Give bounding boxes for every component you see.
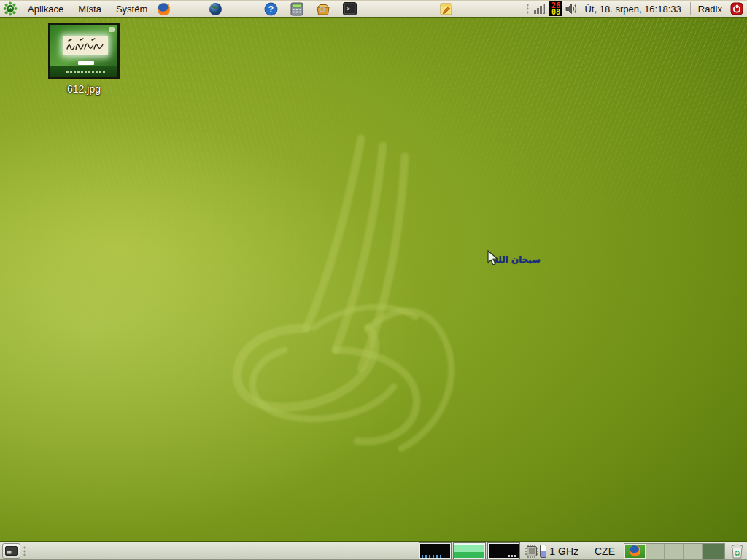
workspace-cell-5-active[interactable] xyxy=(703,544,724,559)
speaker-icon[interactable] xyxy=(565,1,579,16)
network-activity-graph xyxy=(508,555,517,557)
top-panel: Aplikace Místa Systém ? xyxy=(0,0,747,18)
clock[interactable]: Út, 18. srpen, 16:18:33 xyxy=(580,4,685,15)
thumbnail-progress-bar xyxy=(78,61,94,65)
cpu-chip-icon xyxy=(525,545,538,558)
show-desktop-button[interactable] xyxy=(2,543,20,559)
panel-separator xyxy=(690,2,691,15)
desktop-icon-label: 612.jpg xyxy=(45,83,123,95)
svg-text:?: ? xyxy=(268,4,274,15)
desktop-file-icon[interactable]: 612.jpg xyxy=(45,23,123,95)
workspace-cell-1[interactable] xyxy=(624,544,646,559)
trash-applet[interactable]: ♻ xyxy=(728,542,746,560)
thumbnail-calligraphy-banner xyxy=(63,36,108,55)
menu-places[interactable]: Místa xyxy=(71,1,109,17)
window-list-grip[interactable] xyxy=(23,546,26,556)
thumbnail-footer-strip xyxy=(50,66,117,77)
temperature-applet[interactable]: 26 08 xyxy=(549,1,562,16)
frequency-gauge xyxy=(540,545,546,558)
power-icon[interactable] xyxy=(729,1,744,16)
workspace-cell-2[interactable] xyxy=(646,544,665,559)
tughra-calligraphy-watermark xyxy=(197,109,503,459)
menu-applications[interactable]: Aplikace xyxy=(20,1,71,17)
workspace-cell-4[interactable] xyxy=(684,544,703,559)
svg-text:♻: ♻ xyxy=(734,549,740,557)
image-thumbnail xyxy=(48,23,120,79)
menu-system[interactable]: Systém xyxy=(109,1,155,17)
temperature-value-low: 08 xyxy=(551,9,560,15)
keyboard-layout-indicator[interactable]: CZE xyxy=(595,545,615,557)
svg-text:>_: >_ xyxy=(347,6,354,12)
thumbnail-logo xyxy=(109,27,115,32)
web-globe-icon[interactable] xyxy=(208,1,222,16)
cpu-frequency-applet[interactable]: 1 GHz xyxy=(525,545,578,558)
help-icon[interactable]: ? xyxy=(263,1,278,16)
notification-area-grip[interactable] xyxy=(526,4,530,14)
trash-icon: ♻ xyxy=(729,542,745,559)
user-switcher[interactable]: Radix xyxy=(695,4,727,15)
firefox-icon xyxy=(629,545,641,557)
firefox-icon[interactable] xyxy=(156,1,171,16)
cpu-monitor-applet[interactable] xyxy=(419,543,451,559)
distro-logo-icon[interactable] xyxy=(3,1,18,16)
memory-monitor-applet[interactable] xyxy=(454,543,485,559)
workspace-cell-3[interactable] xyxy=(665,544,684,559)
cpu-frequency-label: 1 GHz xyxy=(549,545,578,557)
mouse-cursor xyxy=(487,250,500,266)
network-monitor-applet[interactable] xyxy=(488,543,519,559)
terminal-icon[interactable]: >_ xyxy=(342,1,357,16)
svg-text:⚙: ⚙ xyxy=(319,4,327,14)
signal-bars-icon[interactable] xyxy=(533,1,546,16)
calculator-icon[interactable] xyxy=(290,1,304,16)
dhikr-desktop-text: سبحان الله xyxy=(493,254,541,265)
config-tool-icon[interactable]: ⚙ xyxy=(316,1,330,16)
workspace-switcher xyxy=(624,543,725,559)
bottom-panel: 1 GHz CZE ♻ xyxy=(0,541,747,560)
note-editor-icon[interactable] xyxy=(438,1,453,16)
cpu-activity-graph xyxy=(422,555,444,558)
